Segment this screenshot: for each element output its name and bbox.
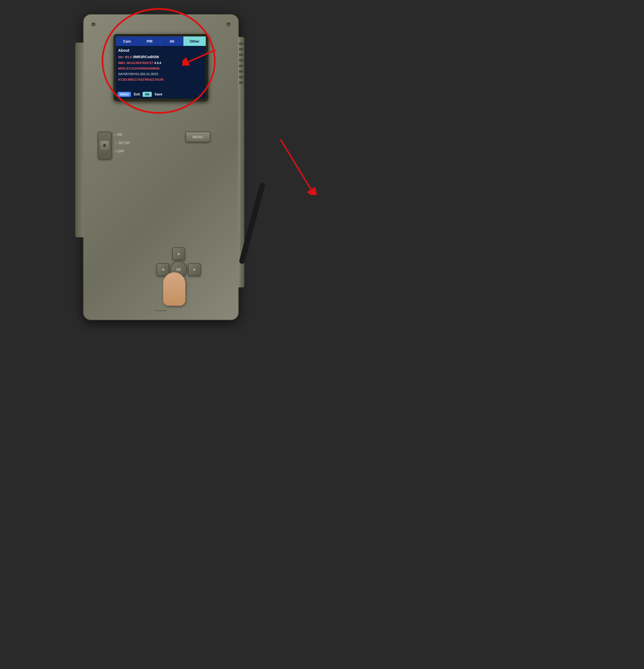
toggle-on: ⌐ ON: [114, 133, 130, 137]
svg-line-3: [280, 139, 311, 189]
camera-body: Cam PIR 4G Other About: [83, 14, 239, 320]
toggle-off: └ OFF: [114, 150, 130, 153]
hinge-notch-4: [239, 59, 244, 61]
info-imei: IMEI: 861412047925727 4.5.6: [118, 61, 204, 65]
screen-bezel: Cam PIR 4G Other About: [114, 34, 208, 101]
speaker-dot-3: [160, 310, 161, 311]
toggle-switch[interactable]: [98, 131, 112, 159]
lcd-save-button[interactable]: Save: [153, 91, 164, 97]
info-mod: MOD:EC21AFAR05A06M4G: [118, 66, 204, 71]
dpad-right-button[interactable]: ►: [188, 263, 201, 276]
imei-version: 4.5.6: [154, 61, 161, 65]
btn-bar: MENU Exit OK Save: [116, 90, 206, 99]
lcd-screen: Cam PIR 4G Other About: [116, 37, 206, 99]
speaker-dot-4: [161, 310, 163, 311]
tab-bar: Cam PIR 4G Other: [116, 37, 206, 46]
lcd-exit-button[interactable]: Exit: [132, 91, 142, 97]
tab-cam[interactable]: Cam: [116, 37, 138, 46]
tab-4g[interactable]: 4G: [161, 37, 184, 46]
hinge-notch-1: [239, 43, 244, 45]
hinge-notch-3: [239, 54, 244, 56]
screw-top-right: [226, 23, 231, 26]
speaker-grille: [156, 310, 166, 311]
screw-top-left: [91, 23, 95, 26]
about-title: About: [118, 47, 204, 53]
mod-label: MOD:EC21AFAR05A06M4G: [118, 67, 160, 70]
toggle-labels: ⌐ ON → SETUP └ OFF: [114, 131, 130, 153]
version-value: 3MR3RCwB506: [133, 55, 159, 59]
version-label: Ver: R1.0: [118, 55, 133, 59]
left-panel: [75, 43, 84, 237]
menu-btn-area: MENU: [186, 131, 210, 142]
info-version: Ver: R1.0 3MR3RCwB506: [118, 54, 204, 59]
screen-content: About Ver: R1.0 3MR3RCwB506 IMEI: 861412…: [116, 46, 206, 90]
say-label: SAY05Y06Y01.002.01.002S: [118, 72, 158, 76]
toggle-dot: [103, 144, 106, 147]
menu-button[interactable]: MENU: [186, 131, 210, 142]
hinge-notch-8: [239, 82, 244, 84]
info-iccid: ICCID:89011703278542176105: [118, 77, 204, 82]
dpad-up-button[interactable]: ▲: [172, 247, 185, 260]
hinge-notch-2: [239, 48, 244, 51]
thumb-finger: [163, 272, 186, 306]
lcd-ok-button[interactable]: OK: [143, 92, 152, 97]
tab-pir[interactable]: PIR: [138, 37, 161, 46]
hinge-notch-7: [239, 76, 244, 78]
lcd-menu-button[interactable]: MENU: [118, 92, 131, 97]
dpad-left-button[interactable]: ◄: [157, 263, 169, 276]
speaker-dot-5: [163, 310, 164, 311]
red-arrow-2-annotation: [275, 134, 322, 195]
imei-label: IMEI: 861412047925727: [118, 61, 154, 65]
info-say: SAY05Y06Y01.002.01.002S: [118, 72, 204, 76]
iccid-label: ICCID:89011703278542176105: [118, 78, 163, 81]
toggle-handle: [100, 141, 109, 151]
hinge-notch-6: [239, 70, 244, 73]
speaker-dot-2: [158, 310, 159, 311]
tab-other[interactable]: Other: [184, 37, 206, 46]
hinge-notch-5: [239, 65, 244, 67]
toggle-area: ⌐ ON → SETUP └ OFF: [98, 131, 134, 159]
speaker-dot-6: [165, 310, 166, 311]
toggle-setup: → SETUP: [114, 141, 130, 145]
scene: Cam PIR 4G Other About: [8, 3, 314, 331]
speaker-dot-1: [156, 310, 157, 311]
